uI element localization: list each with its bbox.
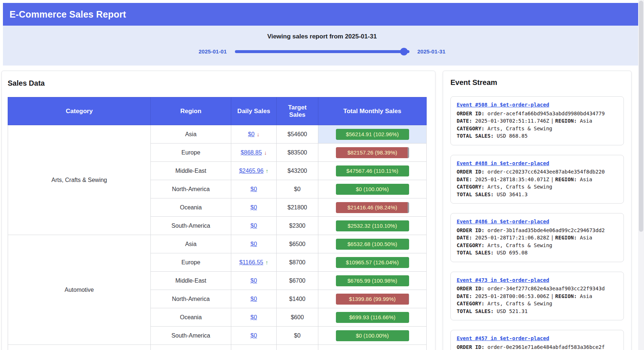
target-sales-cell: $83500 — [277, 144, 318, 162]
event-detail-line: TOTAL SALES: USD 3641.3 — [457, 191, 618, 198]
daily-sales-link[interactable]: $2465.96 — [239, 168, 263, 174]
table-row — [8, 345, 427, 350]
region-cell — [151, 345, 231, 350]
monthly-sales-value: $1399.86 (99.99%) — [336, 294, 409, 305]
daily-sales-link[interactable]: $0 — [251, 186, 257, 192]
total-sales-cell: $6765.99 (100.98%) — [318, 272, 427, 290]
event-detail-line: ORDER ID: order-acef4fa66bd945a3abdd9980… — [457, 110, 618, 118]
target-sales-cell: $0 — [277, 180, 318, 198]
region-cell: South-America — [151, 217, 231, 235]
region-cell: Europe — [151, 253, 231, 272]
monthly-sales-progress-badge: $21416.46 (98.24%) — [336, 202, 409, 213]
daily-sales-link[interactable]: $0 — [251, 332, 257, 339]
target-sales-cell: $1400 — [277, 290, 318, 308]
app-header: E-Commerce Sales Report — [3, 3, 641, 26]
monthly-sales-value: $0 (100.00%) — [336, 184, 409, 195]
daily-sales-cell: $0↓ — [231, 125, 277, 144]
table-row: AutomotiveAsia$0$6500$6532.68 (100.50%) — [8, 235, 427, 253]
daily-sales-cell: $2465.96↑ — [231, 162, 277, 180]
trend-down-icon: ↓ — [264, 149, 267, 156]
region-cell: Middle-East — [151, 272, 231, 290]
target-sales-cell: $8700 — [277, 253, 318, 272]
event-detail-line: TOTAL SALES: USD 868.85 — [457, 132, 618, 140]
sales-data-panel: Sales Data Category Region Daily Sales T… — [1, 71, 435, 350]
monthly-sales-value: $82157.26 (98.39%) — [336, 147, 409, 158]
monthly-sales-progress-badge: $47567.46 (110.11%) — [336, 165, 409, 176]
monthly-sales-value: $6765.99 (100.98%) — [336, 275, 409, 286]
col-header-total-monthly-sales: Total Monthly Sales — [318, 97, 427, 125]
event-title-link[interactable]: Event #488 in $et-order-placed — [457, 160, 549, 167]
daily-sales-cell: $0 — [231, 198, 277, 217]
daily-sales-link[interactable]: $0 — [248, 131, 255, 137]
event-list: Event #508 in $et-order-placedORDER ID: … — [450, 96, 624, 350]
total-sales-cell: $82157.26 (98.39%) — [318, 144, 427, 162]
monthly-sales-progress-badge: $10965.57 (126.04%) — [336, 257, 409, 268]
monthly-sales-progress-badge: $2532.32 (110.10%) — [336, 220, 409, 231]
daily-sales-link[interactable]: $0 — [251, 296, 257, 302]
monthly-sales-value: $21416.46 (98.24%) — [336, 202, 409, 213]
monthly-sales-value: $10965.57 (126.04%) — [336, 257, 409, 268]
region-cell: Oceania — [151, 198, 231, 217]
col-header-region: Region — [151, 97, 231, 125]
sales-table: Category Region Daily Sales Target Sales… — [8, 97, 427, 350]
monthly-sales-progress-badge: $0 (100.00%) — [336, 184, 409, 195]
event-stream-panel: Event Stream Event #508 in $et-order-pla… — [443, 71, 632, 350]
daily-sales-link[interactable]: $0 — [251, 314, 257, 320]
category-cell: Arts, Crafts & Sewing — [8, 125, 151, 235]
event-detail-line: ORDER ID: order-3b1faad35bde4e06ad99c2c2… — [457, 227, 618, 234]
daily-sales-link[interactable]: $1166.55 — [239, 259, 263, 265]
event-title-link[interactable]: Event #457 in $et-order-placed — [457, 335, 549, 342]
slider-max-label: 2025-01-31 — [418, 48, 446, 55]
total-sales-cell: $699.93 (116.66%) — [318, 308, 427, 327]
daily-sales-cell: $0 — [231, 290, 277, 308]
monthly-sales-value: $2532.32 (110.10%) — [336, 220, 409, 231]
daily-sales-link[interactable]: $0 — [251, 223, 257, 229]
scrollbar[interactable] — [638, 0, 644, 350]
slider-title: Viewing sales report from 2025-01-31 — [3, 33, 641, 40]
event-detail-line: CATEGORY: Arts, Crafts & Sewing — [457, 183, 618, 191]
daily-sales-link[interactable]: $868.85 — [241, 149, 262, 156]
daily-sales-cell: $0 — [231, 272, 277, 290]
total-sales-cell: $6532.68 (100.50%) — [318, 235, 427, 253]
event-card: Event #457 in $et-order-placedORDER ID: … — [450, 330, 624, 350]
total-sales-cell: $0 (100.00%) — [318, 327, 427, 345]
monthly-sales-value: $699.93 (116.66%) — [336, 312, 409, 323]
total-sales-cell — [318, 345, 427, 350]
monthly-sales-progress-badge: $56214.91 (102.96%) — [336, 129, 409, 140]
daily-sales-link[interactable]: $0 — [251, 278, 257, 284]
monthly-sales-progress-badge: $6765.99 (100.98%) — [336, 275, 409, 286]
event-detail-line: TOTAL SALES: USD 695.08 — [457, 249, 618, 257]
slider-min-label: 2025-01-01 — [199, 48, 227, 55]
trend-down-icon: ↓ — [257, 131, 260, 137]
monthly-sales-progress-badge: $1399.86 (99.99%) — [336, 294, 409, 305]
col-header-target-sales: Target Sales — [277, 97, 318, 125]
daily-sales-cell: $868.85↓ — [231, 144, 277, 162]
category-cell: Automotive — [8, 235, 151, 345]
daily-sales-cell: $0 — [231, 308, 277, 327]
event-stream-title: Event Stream — [450, 78, 624, 87]
event-detail-line: DATE: 2025-01-28T18:35:40.071Z|REGION: A… — [457, 176, 618, 183]
target-sales-cell: $600 — [277, 308, 318, 327]
event-title-link[interactable]: Event #473 in $et-order-placed — [457, 276, 549, 284]
monthly-sales-value: $56214.91 (102.96%) — [336, 129, 409, 140]
table-row: Arts, Crafts & SewingAsia$0↓$54600$56214… — [8, 125, 427, 144]
sales-data-title: Sales Data — [8, 79, 429, 88]
monthly-sales-progress-badge: $0 (100.00%) — [336, 330, 409, 341]
event-detail-line: CATEGORY: Arts, Crafts & Sewing — [457, 242, 618, 249]
event-detail-line: DATE: 2025-01-28T17:21:06.828Z|REGION: A… — [457, 234, 618, 242]
monthly-sales-progress-badge: $82157.26 (98.39%) — [336, 147, 409, 158]
target-sales-cell: $54600 — [277, 125, 318, 144]
target-sales-cell: $6700 — [277, 272, 318, 290]
total-sales-cell: $56214.91 (102.96%) — [318, 125, 427, 144]
scrollbar-thumb[interactable] — [639, 1, 643, 232]
event-title-link[interactable]: Event #508 in $et-order-placed — [457, 101, 549, 109]
daily-sales-link[interactable]: $0 — [251, 204, 257, 211]
event-detail-line: DATE: 2025-01-28T00:06:53.006Z|REGION: A… — [457, 293, 618, 300]
event-card: Event #473 in $et-order-placedORDER ID: … — [450, 272, 624, 321]
date-range-slider[interactable] — [235, 50, 409, 53]
date-filter-section: Viewing sales report from 2025-01-31 202… — [3, 26, 641, 66]
event-title-link[interactable]: Event #486 in $et-order-placed — [457, 218, 549, 226]
daily-sales-link[interactable]: $0 — [251, 241, 257, 247]
monthly-sales-progress-badge: $699.93 (116.66%) — [336, 312, 409, 323]
slider-thumb[interactable] — [400, 48, 408, 55]
